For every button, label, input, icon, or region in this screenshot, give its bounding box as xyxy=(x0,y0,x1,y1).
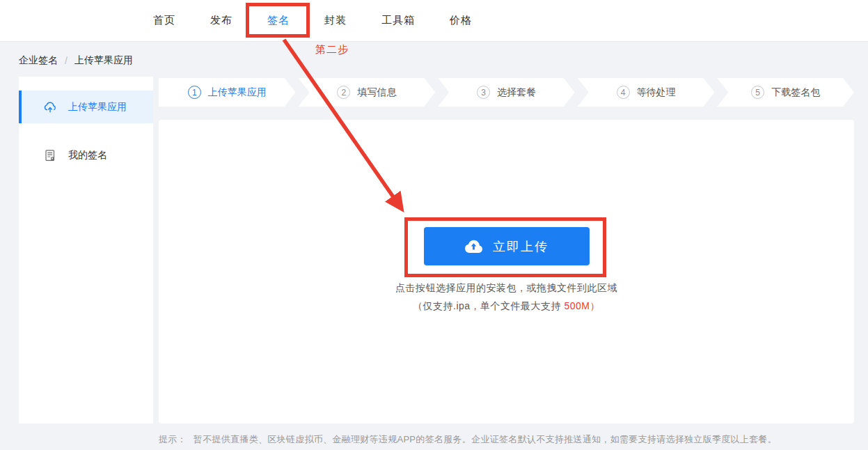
tip-text: 暂不提供直播类、区块链虚拟币、金融理财等违规APP的签名服务。企业证签名默认不支… xyxy=(194,434,777,444)
upload-hint-line1: 点击按钮选择应用的安装包，或拖拽文件到此区域 xyxy=(395,282,617,295)
signature-doc-icon xyxy=(43,149,57,162)
upload-now-button[interactable]: 立即上传 xyxy=(424,227,590,265)
nav-item-toolbox[interactable]: 工具箱 xyxy=(381,10,415,31)
breadcrumb-section[interactable]: 企业签名 xyxy=(19,54,58,67)
step-4-waiting: 4 等待处理 xyxy=(578,78,715,107)
footer-tip: 提示： 暂不提供直播类、区块链虚拟币、金融理财等违规APP的签名服务。企业证签名… xyxy=(159,433,862,446)
upload-dropzone-card[interactable]: 立即上传 点击按钮选择应用的安装包，或拖拽文件到此区域 （仅支持.ipa，单个文… xyxy=(159,120,854,424)
sidebar-item-label: 我的签名 xyxy=(68,149,107,162)
step-number: 1 xyxy=(188,86,201,99)
step-number: 5 xyxy=(751,86,764,99)
step-label: 填写信息 xyxy=(357,86,396,99)
step-number: 2 xyxy=(337,86,350,99)
nav-item-price[interactable]: 价格 xyxy=(450,10,472,31)
step-5-download: 5 下载签名包 xyxy=(717,78,854,107)
step-label: 下载签名包 xyxy=(771,86,820,99)
sidebar-item-my-signatures[interactable]: 我的签名 xyxy=(19,139,153,171)
breadcrumb: 企业签名 / 上传苹果应用 xyxy=(19,54,133,67)
sidebar-item-upload-apple-app[interactable]: 上传苹果应用 xyxy=(19,91,153,123)
nav-item-signature[interactable]: 签名 xyxy=(267,10,290,31)
max-size-highlight: 500M xyxy=(564,300,590,311)
step-3-choose-plan: 3 选择套餐 xyxy=(438,78,575,107)
step-1-upload: 1 上传苹果应用 xyxy=(159,78,296,107)
step-label: 等待处理 xyxy=(637,86,676,99)
step-label: 选择套餐 xyxy=(497,86,536,99)
tip-label: 提示： xyxy=(159,434,187,444)
upload-hint-line2: （仅支持.ipa，单个文件最大支持 500M） xyxy=(413,300,600,313)
step-2-fill-info: 2 填写信息 xyxy=(299,78,436,107)
hint-suffix: ） xyxy=(590,300,601,311)
steps-wizard: 1 上传苹果应用 2 填写信息 3 选择套餐 4 等待处理 5 下载签名包 xyxy=(159,78,854,107)
step-label: 上传苹果应用 xyxy=(208,86,267,99)
nav-item-package[interactable]: 封装 xyxy=(324,10,347,31)
nav-item-home[interactable]: 首页 xyxy=(153,10,175,31)
upload-button-label: 立即上传 xyxy=(493,238,549,255)
breadcrumb-current: 上传苹果应用 xyxy=(74,54,133,67)
cloud-upload-icon xyxy=(43,100,57,114)
cloud-upload-filled-icon xyxy=(464,239,483,254)
nav-item-publish[interactable]: 发布 xyxy=(210,10,232,31)
sidebar-item-label: 上传苹果应用 xyxy=(68,101,127,114)
top-navigation-bar: 首页 发布 签名 封装 工具箱 价格 xyxy=(0,0,868,42)
hint-prefix: （仅支持.ipa，单个文件最大支持 xyxy=(413,300,564,311)
step-number: 3 xyxy=(477,86,490,99)
step-number: 4 xyxy=(617,86,630,99)
sidebar: 上传苹果应用 我的签名 xyxy=(19,77,153,424)
main-nav: 首页 发布 签名 封装 工具箱 价格 xyxy=(153,10,472,31)
breadcrumb-separator: / xyxy=(65,55,68,66)
annotation-step-label: 第二步 xyxy=(315,43,349,56)
